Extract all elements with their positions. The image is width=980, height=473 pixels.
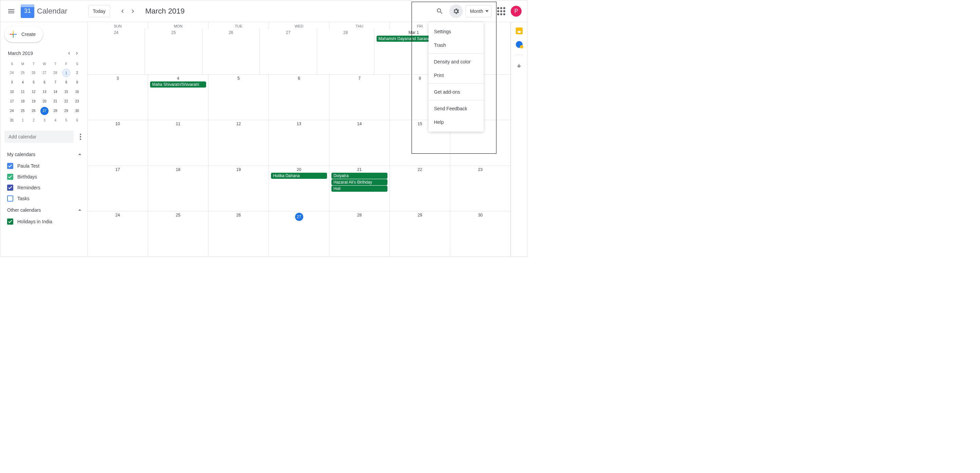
mini-day-cell[interactable]: 1 bbox=[18, 116, 28, 125]
event-chip[interactable]: Hazarat Ali's Birthday bbox=[331, 179, 387, 185]
mini-day-cell[interactable]: 5 bbox=[61, 116, 72, 125]
mini-day-cell[interactable]: 28 bbox=[50, 68, 61, 78]
today-button[interactable]: Today bbox=[88, 5, 110, 17]
settings-button[interactable] bbox=[449, 5, 463, 18]
calendar-checkbox[interactable] bbox=[7, 163, 13, 169]
menu-item-print[interactable]: Print bbox=[428, 68, 484, 82]
mini-day-cell[interactable]: 24 bbox=[6, 106, 18, 116]
event-chip[interactable]: Holi bbox=[331, 186, 387, 192]
day-cell[interactable]: 19 bbox=[208, 166, 269, 211]
view-selector[interactable]: Month bbox=[466, 5, 492, 17]
day-cell[interactable]: 6 bbox=[269, 75, 329, 120]
day-cell[interactable]: 21DolyatraHazarat Ali's BirthdayHoli bbox=[329, 166, 390, 211]
next-month-button[interactable] bbox=[128, 6, 138, 17]
day-cell[interactable]: 12 bbox=[208, 120, 269, 165]
mini-day-cell[interactable]: 19 bbox=[28, 97, 39, 106]
get-addons-button[interactable]: + bbox=[517, 62, 521, 71]
mini-day-cell[interactable]: 7 bbox=[50, 78, 61, 87]
mini-day-cell[interactable]: 16 bbox=[72, 87, 83, 97]
day-cell[interactable]: 17 bbox=[88, 166, 148, 211]
day-cell[interactable]: 7 bbox=[329, 75, 390, 120]
calendar-item[interactable]: Tasks bbox=[5, 193, 84, 204]
mini-day-cell[interactable]: 9 bbox=[72, 78, 83, 87]
mini-day-cell[interactable]: 15 bbox=[61, 87, 72, 97]
day-cell[interactable]: 5 bbox=[208, 75, 269, 120]
calendar-checkbox[interactable] bbox=[7, 174, 13, 180]
mini-day-cell[interactable]: 27 bbox=[39, 68, 50, 78]
mini-day-cell[interactable]: 8 bbox=[61, 78, 72, 87]
mini-day-cell[interactable]: 14 bbox=[50, 87, 61, 97]
day-cell[interactable]: 10 bbox=[88, 120, 148, 165]
mini-day-cell[interactable]: 10 bbox=[6, 87, 18, 97]
mini-day-cell[interactable]: 28 bbox=[50, 106, 61, 116]
mini-day-cell[interactable]: 27 bbox=[39, 106, 50, 116]
day-cell[interactable]: 11 bbox=[148, 120, 208, 165]
keep-addon-button[interactable] bbox=[516, 27, 523, 34]
my-calendars-toggle[interactable]: My calendars bbox=[5, 148, 84, 160]
menu-item-get-add-ons[interactable]: Get add-ons bbox=[428, 85, 484, 99]
calendar-item[interactable]: Reminders bbox=[5, 182, 84, 193]
menu-item-density-and-color[interactable]: Density and color bbox=[428, 55, 484, 68]
day-cell[interactable]: 27 bbox=[260, 29, 317, 74]
calendar-checkbox[interactable] bbox=[7, 219, 13, 225]
mini-prev-button[interactable] bbox=[65, 49, 73, 57]
mini-day-cell[interactable]: 3 bbox=[6, 78, 18, 87]
calendar-item[interactable]: Birthdays bbox=[5, 171, 84, 182]
calendar-options-button[interactable] bbox=[76, 133, 84, 141]
calendar-checkbox[interactable] bbox=[7, 184, 13, 191]
mini-day-cell[interactable]: 22 bbox=[61, 97, 72, 106]
day-cell[interactable]: 18 bbox=[148, 166, 208, 211]
search-button[interactable] bbox=[433, 5, 447, 18]
day-cell[interactable]: 4Maha Shivaratri/Shivaratri bbox=[148, 75, 208, 120]
mini-day-cell[interactable]: 4 bbox=[50, 116, 61, 125]
mini-day-cell[interactable]: 6 bbox=[72, 116, 83, 125]
mini-day-cell[interactable]: 13 bbox=[39, 87, 50, 97]
day-cell[interactable]: 13 bbox=[269, 120, 329, 165]
mini-day-cell[interactable]: 2 bbox=[28, 116, 39, 125]
day-cell[interactable]: 30 bbox=[450, 211, 511, 257]
mini-day-cell[interactable]: 30 bbox=[72, 106, 83, 116]
calendar-item[interactable]: Paula Test bbox=[5, 160, 84, 171]
logo[interactable]: 31 Calendar bbox=[21, 5, 67, 18]
day-cell[interactable]: 14 bbox=[329, 120, 390, 165]
event-chip[interactable]: Holika Dahana bbox=[271, 173, 327, 179]
mini-day-cell[interactable]: 24 bbox=[6, 68, 18, 78]
day-cell[interactable]: 26 bbox=[202, 29, 260, 74]
other-calendars-toggle[interactable]: Other calendars bbox=[5, 204, 84, 216]
menu-item-send-feedback[interactable]: Send Feedback bbox=[428, 102, 484, 115]
mini-day-cell[interactable]: 25 bbox=[18, 106, 28, 116]
prev-month-button[interactable] bbox=[117, 6, 128, 17]
mini-day-cell[interactable]: 23 bbox=[72, 97, 83, 106]
day-cell[interactable]: 25 bbox=[145, 29, 202, 74]
mini-day-cell[interactable]: 2 bbox=[72, 68, 83, 78]
day-cell[interactable]: 25 bbox=[148, 211, 208, 257]
day-cell[interactable]: 27 bbox=[269, 211, 329, 257]
day-cell[interactable]: 3 bbox=[88, 75, 148, 120]
mini-day-cell[interactable]: 17 bbox=[6, 97, 18, 106]
mini-day-cell[interactable]: 21 bbox=[50, 97, 61, 106]
mini-day-cell[interactable]: 4 bbox=[18, 78, 28, 87]
mini-day-cell[interactable]: 5 bbox=[28, 78, 39, 87]
mini-day-cell[interactable]: 20 bbox=[39, 97, 50, 106]
calendar-checkbox[interactable] bbox=[7, 195, 13, 202]
menu-item-trash[interactable]: Trash bbox=[428, 38, 484, 52]
mini-day-cell[interactable]: 12 bbox=[28, 87, 39, 97]
day-cell[interactable]: 22 bbox=[390, 166, 450, 211]
day-cell[interactable]: 20Holika Dahana bbox=[269, 166, 329, 211]
google-apps-button[interactable] bbox=[495, 5, 508, 18]
menu-item-help[interactable]: Help bbox=[428, 115, 484, 129]
mini-day-cell[interactable]: 31 bbox=[6, 116, 18, 125]
main-menu-button[interactable] bbox=[3, 3, 19, 19]
mini-day-cell[interactable]: 3 bbox=[39, 116, 50, 125]
mini-day-cell[interactable]: 25 bbox=[18, 68, 28, 78]
account-avatar[interactable]: P bbox=[511, 6, 522, 17]
mini-day-cell[interactable]: 29 bbox=[61, 106, 72, 116]
day-cell[interactable]: 23 bbox=[450, 166, 511, 211]
tasks-addon-button[interactable] bbox=[516, 41, 523, 48]
event-chip[interactable]: Dolyatra bbox=[331, 173, 387, 179]
mini-day-cell[interactable]: 6 bbox=[39, 78, 50, 87]
event-chip[interactable]: Maha Shivaratri/Shivaratri bbox=[150, 81, 206, 87]
mini-next-button[interactable] bbox=[73, 49, 81, 57]
mini-day-cell[interactable]: 26 bbox=[28, 68, 39, 78]
day-cell[interactable]: 28 bbox=[329, 211, 390, 257]
